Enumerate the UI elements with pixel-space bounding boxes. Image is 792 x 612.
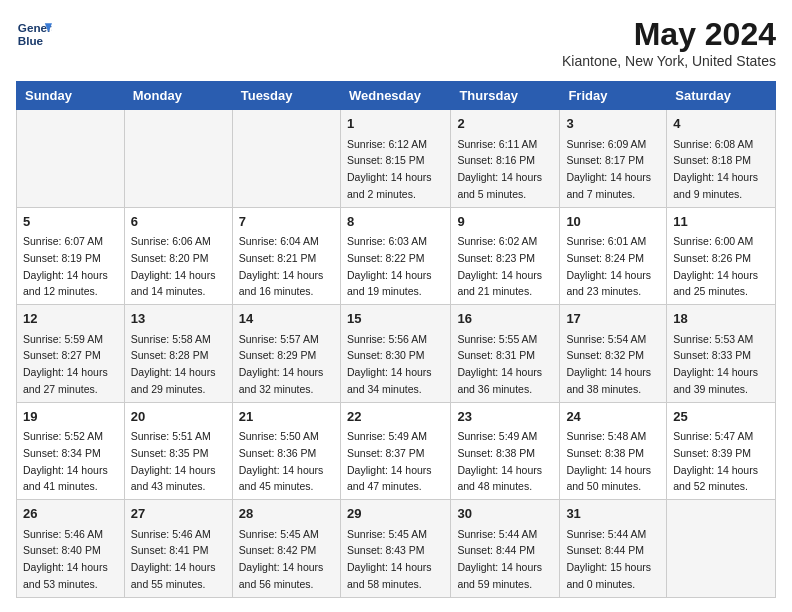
day-number: 22 (347, 407, 444, 427)
location-title: Kiantone, New York, United States (562, 53, 776, 69)
calendar-cell: 15Sunrise: 5:56 AMSunset: 8:30 PMDayligh… (340, 305, 450, 403)
calendar-cell (17, 110, 125, 208)
day-info: Sunrise: 6:03 AMSunset: 8:22 PMDaylight:… (347, 235, 432, 297)
day-info: Sunrise: 6:08 AMSunset: 8:18 PMDaylight:… (673, 138, 758, 200)
day-info: Sunrise: 6:02 AMSunset: 8:23 PMDaylight:… (457, 235, 542, 297)
day-number: 13 (131, 309, 226, 329)
calendar-cell: 11Sunrise: 6:00 AMSunset: 8:26 PMDayligh… (667, 207, 776, 305)
day-info: Sunrise: 5:59 AMSunset: 8:27 PMDaylight:… (23, 333, 108, 395)
calendar-cell: 23Sunrise: 5:49 AMSunset: 8:38 PMDayligh… (451, 402, 560, 500)
day-info: Sunrise: 5:51 AMSunset: 8:35 PMDaylight:… (131, 430, 216, 492)
day-info: Sunrise: 5:54 AMSunset: 8:32 PMDaylight:… (566, 333, 651, 395)
calendar-cell (124, 110, 232, 208)
day-info: Sunrise: 5:58 AMSunset: 8:28 PMDaylight:… (131, 333, 216, 395)
day-number: 5 (23, 212, 118, 232)
day-info: Sunrise: 6:04 AMSunset: 8:21 PMDaylight:… (239, 235, 324, 297)
calendar-cell: 10Sunrise: 6:01 AMSunset: 8:24 PMDayligh… (560, 207, 667, 305)
day-number: 1 (347, 114, 444, 134)
day-number: 16 (457, 309, 553, 329)
calendar-cell: 12Sunrise: 5:59 AMSunset: 8:27 PMDayligh… (17, 305, 125, 403)
calendar-cell: 4Sunrise: 6:08 AMSunset: 8:18 PMDaylight… (667, 110, 776, 208)
day-number: 11 (673, 212, 769, 232)
day-number: 17 (566, 309, 660, 329)
day-number: 26 (23, 504, 118, 524)
day-info: Sunrise: 5:49 AMSunset: 8:37 PMDaylight:… (347, 430, 432, 492)
calendar-cell (667, 500, 776, 598)
calendar-cell: 16Sunrise: 5:55 AMSunset: 8:31 PMDayligh… (451, 305, 560, 403)
day-header-sunday: Sunday (17, 82, 125, 110)
day-info: Sunrise: 6:11 AMSunset: 8:16 PMDaylight:… (457, 138, 542, 200)
day-info: Sunrise: 5:48 AMSunset: 8:38 PMDaylight:… (566, 430, 651, 492)
week-row-3: 12Sunrise: 5:59 AMSunset: 8:27 PMDayligh… (17, 305, 776, 403)
calendar-cell: 25Sunrise: 5:47 AMSunset: 8:39 PMDayligh… (667, 402, 776, 500)
day-info: Sunrise: 6:00 AMSunset: 8:26 PMDaylight:… (673, 235, 758, 297)
day-info: Sunrise: 5:46 AMSunset: 8:41 PMDaylight:… (131, 528, 216, 590)
day-header-tuesday: Tuesday (232, 82, 340, 110)
month-title: May 2024 (562, 16, 776, 53)
day-info: Sunrise: 6:09 AMSunset: 8:17 PMDaylight:… (566, 138, 651, 200)
day-number: 28 (239, 504, 334, 524)
calendar-cell: 31Sunrise: 5:44 AMSunset: 8:44 PMDayligh… (560, 500, 667, 598)
day-number: 20 (131, 407, 226, 427)
day-info: Sunrise: 5:52 AMSunset: 8:34 PMDaylight:… (23, 430, 108, 492)
day-number: 15 (347, 309, 444, 329)
calendar-cell: 14Sunrise: 5:57 AMSunset: 8:29 PMDayligh… (232, 305, 340, 403)
calendar-cell: 21Sunrise: 5:50 AMSunset: 8:36 PMDayligh… (232, 402, 340, 500)
day-info: Sunrise: 5:55 AMSunset: 8:31 PMDaylight:… (457, 333, 542, 395)
calendar-cell: 27Sunrise: 5:46 AMSunset: 8:41 PMDayligh… (124, 500, 232, 598)
calendar-cell (232, 110, 340, 208)
day-number: 6 (131, 212, 226, 232)
calendar-cell: 26Sunrise: 5:46 AMSunset: 8:40 PMDayligh… (17, 500, 125, 598)
day-header-thursday: Thursday (451, 82, 560, 110)
day-number: 3 (566, 114, 660, 134)
week-row-4: 19Sunrise: 5:52 AMSunset: 8:34 PMDayligh… (17, 402, 776, 500)
day-info: Sunrise: 5:46 AMSunset: 8:40 PMDaylight:… (23, 528, 108, 590)
day-number: 9 (457, 212, 553, 232)
day-number: 7 (239, 212, 334, 232)
calendar-cell: 8Sunrise: 6:03 AMSunset: 8:22 PMDaylight… (340, 207, 450, 305)
calendar-cell: 24Sunrise: 5:48 AMSunset: 8:38 PMDayligh… (560, 402, 667, 500)
calendar-cell: 1Sunrise: 6:12 AMSunset: 8:15 PMDaylight… (340, 110, 450, 208)
day-number: 23 (457, 407, 553, 427)
calendar-cell: 6Sunrise: 6:06 AMSunset: 8:20 PMDaylight… (124, 207, 232, 305)
logo: General Blue (16, 16, 52, 52)
day-number: 8 (347, 212, 444, 232)
calendar-cell: 5Sunrise: 6:07 AMSunset: 8:19 PMDaylight… (17, 207, 125, 305)
calendar-cell: 3Sunrise: 6:09 AMSunset: 8:17 PMDaylight… (560, 110, 667, 208)
header-row: SundayMondayTuesdayWednesdayThursdayFrid… (17, 82, 776, 110)
calendar-cell: 20Sunrise: 5:51 AMSunset: 8:35 PMDayligh… (124, 402, 232, 500)
day-info: Sunrise: 5:56 AMSunset: 8:30 PMDaylight:… (347, 333, 432, 395)
calendar-cell: 9Sunrise: 6:02 AMSunset: 8:23 PMDaylight… (451, 207, 560, 305)
week-row-2: 5Sunrise: 6:07 AMSunset: 8:19 PMDaylight… (17, 207, 776, 305)
logo-icon: General Blue (16, 16, 52, 52)
svg-text:Blue: Blue (18, 34, 44, 47)
day-number: 25 (673, 407, 769, 427)
day-header-wednesday: Wednesday (340, 82, 450, 110)
day-number: 14 (239, 309, 334, 329)
day-number: 29 (347, 504, 444, 524)
day-info: Sunrise: 5:47 AMSunset: 8:39 PMDaylight:… (673, 430, 758, 492)
calendar-cell: 17Sunrise: 5:54 AMSunset: 8:32 PMDayligh… (560, 305, 667, 403)
day-info: Sunrise: 5:57 AMSunset: 8:29 PMDaylight:… (239, 333, 324, 395)
day-number: 27 (131, 504, 226, 524)
day-info: Sunrise: 5:44 AMSunset: 8:44 PMDaylight:… (457, 528, 542, 590)
day-info: Sunrise: 6:01 AMSunset: 8:24 PMDaylight:… (566, 235, 651, 297)
calendar-cell: 28Sunrise: 5:45 AMSunset: 8:42 PMDayligh… (232, 500, 340, 598)
day-header-saturday: Saturday (667, 82, 776, 110)
day-number: 10 (566, 212, 660, 232)
day-header-monday: Monday (124, 82, 232, 110)
calendar-cell: 30Sunrise: 5:44 AMSunset: 8:44 PMDayligh… (451, 500, 560, 598)
calendar-cell: 18Sunrise: 5:53 AMSunset: 8:33 PMDayligh… (667, 305, 776, 403)
title-area: May 2024 Kiantone, New York, United Stat… (562, 16, 776, 69)
day-number: 31 (566, 504, 660, 524)
calendar-cell: 13Sunrise: 5:58 AMSunset: 8:28 PMDayligh… (124, 305, 232, 403)
day-info: Sunrise: 6:07 AMSunset: 8:19 PMDaylight:… (23, 235, 108, 297)
day-number: 30 (457, 504, 553, 524)
calendar-cell: 19Sunrise: 5:52 AMSunset: 8:34 PMDayligh… (17, 402, 125, 500)
day-number: 4 (673, 114, 769, 134)
day-info: Sunrise: 5:53 AMSunset: 8:33 PMDaylight:… (673, 333, 758, 395)
day-number: 12 (23, 309, 118, 329)
calendar-cell: 29Sunrise: 5:45 AMSunset: 8:43 PMDayligh… (340, 500, 450, 598)
day-info: Sunrise: 5:45 AMSunset: 8:43 PMDaylight:… (347, 528, 432, 590)
calendar-cell: 7Sunrise: 6:04 AMSunset: 8:21 PMDaylight… (232, 207, 340, 305)
